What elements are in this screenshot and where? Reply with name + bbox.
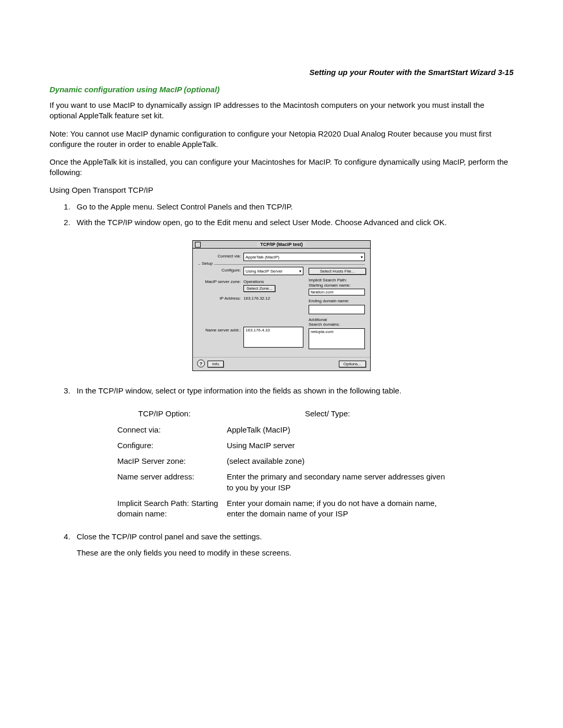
chevron-down-icon: ▾ [299,269,301,274]
table-header-left: TCP/IP Option: [117,409,248,419]
additional-domains-input[interactable]: netopia.com [309,328,365,349]
select-zone-button[interactable]: Select Zone... [243,285,275,292]
document-page: Setting up your Router with the SmartSta… [0,0,563,728]
info-button[interactable]: Info [207,361,224,367]
options-table: TCP/IP Option: Select/ Type: Connect via… [117,409,451,519]
table-cell: Enter your domain name; if you do not ha… [227,498,451,520]
setup-fieldset-label: Setup [200,261,214,266]
table-header-right: Select/ Type: [248,409,451,419]
dialog-figure: TCP/IP (MacIP test) Connect via: AppleTa… [50,240,513,371]
section-subheading: Dynamic configuration using MacIP (optio… [50,85,513,94]
chevron-down-icon: ▾ [361,255,363,260]
step-item: Go to the Apple menu. Select Control Pan… [72,202,513,212]
select-hosts-button[interactable]: Select Hosts File... [309,268,366,275]
connect-via-label: Connect via: [198,253,243,258]
table-header-row: TCP/IP Option: Select/ Type: [117,409,451,419]
ip-value: 163.176.32.12 [243,295,270,301]
additional-domains-label: Additional Search domains: [309,317,365,327]
table-cell: (select available zone) [227,456,451,466]
ip-label: IP Address: [198,295,243,301]
table-row: MacIP Server zone: (select available zon… [117,456,451,466]
nameserver-input[interactable]: 163.176.4.10 [243,327,303,348]
step-item: With the TCP/IP window open, go to the E… [72,217,513,228]
paragraph: Once the AppleTalk kit is installed, you… [50,157,513,178]
table-row: Implicit Search Path: Starting domain na… [117,498,451,520]
nameserver-label: Name server addr.: [198,327,243,332]
options-button[interactable]: Options... [339,361,366,367]
configure-label: Configure: [198,267,243,273]
connect-via-select[interactable]: AppleTalk (MacIP) ▾ [243,253,365,261]
ending-domain-input[interactable] [309,305,365,314]
paragraph: If you want to use MacIP to dynamically … [50,100,513,121]
dialog-titlebar: TCP/IP (MacIP test) [193,241,370,249]
setup-fieldset: Setup Configure: Using MacIP Server ▾ [198,264,365,351]
step-item: Close the TCP/IP control panel and save … [72,532,513,558]
step-text: Close the TCP/IP control panel and save … [77,532,262,541]
table-cell: Using MacIP server [227,440,451,451]
table-cell: Implicit Search Path: Starting domain na… [117,498,227,520]
dialog-title: TCP/IP (MacIP test) [257,242,306,247]
table-cell: Connect via: [117,425,227,435]
table-cell: AppleTalk (MacIP) [227,425,451,435]
steps-list: In the TCP/IP window, select or type inf… [50,386,513,396]
step-subtext: These are the only fields you need to mo… [77,548,513,558]
table-cell: Enter the primary and secondary name ser… [227,472,451,493]
table-cell: Configure: [117,440,227,451]
starting-domain-input[interactable]: farallon.com [309,289,365,295]
close-icon[interactable] [195,242,201,248]
configure-select[interactable]: Using MacIP Server ▾ [243,267,303,275]
zone-value: Operations [243,278,303,284]
table-cell: MacIP Server zone: [117,456,227,466]
steps-list: Close the TCP/IP control panel and save … [50,532,513,558]
table-row: Configure: Using MacIP server [117,440,451,451]
implicit-label: Implicit Search Path: Starting domain na… [309,278,365,288]
zone-label: MacIP server zone: [198,278,243,284]
ending-domain-label: Ending domain name: [309,299,365,304]
page-header: Setting up your Router with the SmartSta… [50,68,513,77]
help-icon[interactable]: ? [197,360,205,367]
connect-via-value: AppleTalk (MacIP) [246,255,279,260]
table-row: Name server address: Enter the primary a… [117,472,451,493]
table-row: Connect via: AppleTalk (MacIP) [117,425,451,435]
section-label: Using Open Transport TCP/IP [50,186,513,194]
configure-value: Using MacIP Server [246,269,283,274]
tcpip-dialog: TCP/IP (MacIP test) Connect via: AppleTa… [192,240,371,371]
step-item: In the TCP/IP window, select or type inf… [72,386,513,396]
steps-list: Go to the Apple menu. Select Control Pan… [50,202,513,228]
paragraph-note: Note: You cannot use MacIP dynamic confi… [50,129,513,150]
table-cell: Name server address: [117,472,227,493]
